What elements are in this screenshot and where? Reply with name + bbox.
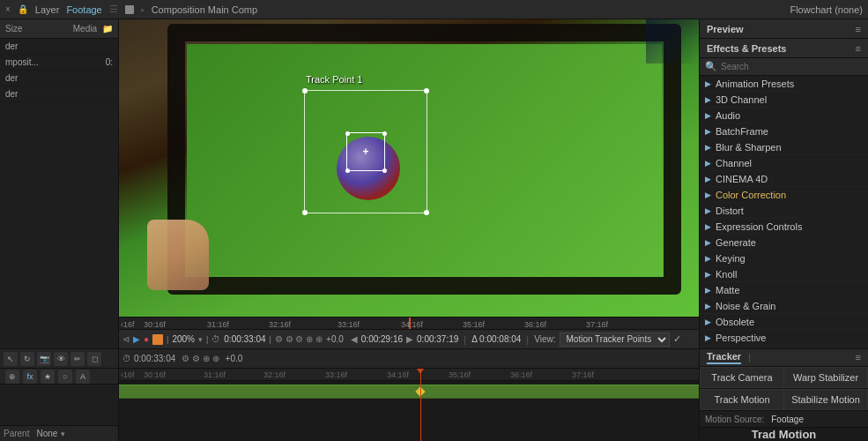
tool-tracker[interactable]: ⊕ xyxy=(5,370,19,384)
search-input[interactable] xyxy=(721,62,863,71)
effect-item-channel[interactable]: ▶ Channel xyxy=(700,155,868,171)
separator-bar: | xyxy=(167,335,168,344)
effect-item-matte[interactable]: ▶ Matte xyxy=(700,282,868,298)
effect-name: Knoll xyxy=(716,269,737,280)
effect-item-noise[interactable]: ▶ Noise & Grain xyxy=(700,298,868,314)
tick-label: 31:16f xyxy=(207,320,229,329)
preview-menu-btn[interactable]: ≡ xyxy=(856,24,861,34)
bottom-timeline-panel: ⏱ 0:00:33:04 ⚙ ⚙ ⊕ ⊕ +0.0 ‹16f 30:16f 31… xyxy=(119,349,699,441)
trad-motion-area: Trad Motion xyxy=(700,427,868,441)
left-arrow-nav[interactable]: ◀ xyxy=(351,334,358,344)
icons-row: ⚙ ⚙ ⚙ ⊕ ⊕ xyxy=(275,334,323,344)
timeline-ticks: ‹16f 30:16f 31:16f 32:16f 33:16f 34:16f … xyxy=(119,318,699,329)
track-camera-btn[interactable]: Track Camera xyxy=(700,367,783,388)
effect-arrow: ▶ xyxy=(705,191,712,199)
effect-arrow: ▶ xyxy=(705,333,712,342)
item-value: 0: xyxy=(106,57,113,67)
view-select[interactable]: Motion Tracker Points xyxy=(560,333,670,347)
tracker-source-row: Motion Source: Footage xyxy=(700,411,868,427)
close-icon[interactable]: × xyxy=(5,4,11,14)
source-value: Footage xyxy=(771,415,804,424)
tool-arrow[interactable]: ↖ xyxy=(4,352,18,366)
effect-item-animation-presets[interactable]: ▶ Animation Presets xyxy=(700,76,868,92)
offset-display: +0.0 xyxy=(326,334,344,344)
tool-camera[interactable]: 📷 xyxy=(37,352,51,366)
tool-star[interactable]: ★ xyxy=(41,370,55,384)
video-viewport[interactable]: Track Point 1 + xyxy=(119,19,699,317)
tool-shape[interactable]: ◻ xyxy=(87,352,101,366)
effect-item-batchframe[interactable]: ▶ BatchFrame xyxy=(700,123,868,139)
effect-item-keying[interactable]: ▶ Keying xyxy=(700,250,868,266)
menu-dots[interactable]: ☰ xyxy=(109,4,118,15)
main-layout: Size Media 📁 der mposit... 0: der der xyxy=(0,19,868,348)
effect-item-distort[interactable]: ▶ Distort xyxy=(700,203,868,219)
tracker-tab[interactable]: Tracker xyxy=(707,351,741,364)
time-display2: 0:00:29:16 xyxy=(361,334,403,344)
effect-item-3d-channel[interactable]: ▶ 3D Channel xyxy=(700,92,868,108)
checkmark-btn[interactable]: ✓ xyxy=(673,333,681,345)
tool-circle[interactable]: ○ xyxy=(58,370,72,384)
top-bar: × 🔒 Layer Footage ☰ ▪ Composition Main C… xyxy=(0,0,868,19)
effect-item-perspective[interactable]: ▶ Perspective xyxy=(700,330,868,346)
none-select[interactable]: None xyxy=(36,429,57,438)
effect-item-color-correction[interactable]: ▶ Color Correction xyxy=(700,187,868,203)
effect-item-generate[interactable]: ▶ Generate xyxy=(700,235,868,250)
tool-eye[interactable]: 👁 xyxy=(54,352,68,366)
playhead xyxy=(420,369,421,441)
corner-bl xyxy=(302,210,308,215)
corner-tl xyxy=(302,88,308,93)
timeline-area[interactable]: ‹16f 30:16f 31:16f 32:16f 33:16f 34:16f … xyxy=(119,369,699,441)
effect-item-obsolete[interactable]: ▶ Obsolete xyxy=(700,314,868,330)
effect-name: Audio xyxy=(716,110,740,121)
parent-arrow: ▾ xyxy=(61,430,65,438)
bottom-left-panel: ↖ ↻ 📷 👁 ✏ ◻ ⊕ fx ★ ○ A Parent None ▾ xyxy=(0,349,119,441)
effect-name: Perspective xyxy=(716,333,766,343)
bottom-left-toolbar: ↖ ↻ 📷 👁 ✏ ◻ xyxy=(0,349,118,369)
tick-label: 36:16f xyxy=(524,320,546,329)
source-label: Motion Source: xyxy=(705,415,764,424)
effect-item-expression[interactable]: ▶ Expression Controls xyxy=(700,219,868,235)
time-display1: 0:00:33:04 xyxy=(224,334,265,344)
track-motion-btn[interactable]: Track Motion xyxy=(700,389,783,410)
tick-label: 30:16f xyxy=(144,370,166,379)
tool-rotate[interactable]: ↻ xyxy=(20,352,34,366)
effects-menu-btn[interactable]: ≡ xyxy=(856,43,861,54)
tick-label: ‹16f xyxy=(121,370,135,379)
tick-label: 33:16f xyxy=(338,320,360,329)
tick-label: 33:16f xyxy=(325,370,347,379)
preview-title: Preview xyxy=(707,24,744,34)
prev-frame-btn[interactable]: ⊲ xyxy=(122,334,130,344)
timeline-ruler-bar: ‹16f 30:16f 31:16f 32:16f 33:16f 34:16f … xyxy=(119,317,699,329)
tool-type[interactable]: A xyxy=(76,370,90,384)
separator-bar2: | xyxy=(206,335,208,344)
tool-pen[interactable]: ✏ xyxy=(70,352,85,366)
effect-name: Distort xyxy=(716,206,744,216)
left-panel: Size Media 📁 der mposit... 0: der der xyxy=(0,19,119,348)
effect-arrow: ▶ xyxy=(705,79,712,88)
effect-name: Color Correction xyxy=(716,190,786,200)
bottom-left-toolbar2: ⊕ fx ★ ○ A xyxy=(0,369,118,385)
tracker-menu-btn[interactable]: ≡ xyxy=(856,352,861,363)
separator: ▪ xyxy=(141,4,145,15)
stabilize-motion-btn[interactable]: Stabilize Motion xyxy=(783,389,868,410)
tool-fx[interactable]: fx xyxy=(23,370,37,384)
warp-stabilizer-btn[interactable]: Warp Stabilizer xyxy=(783,367,868,388)
track-inner-box[interactable]: + xyxy=(346,132,385,171)
record-icon: ● xyxy=(144,334,149,344)
effect-item-knoll[interactable]: ▶ Knoll xyxy=(700,266,868,282)
play-btn[interactable]: ▶ xyxy=(133,334,140,344)
effect-name: Obsolete xyxy=(716,317,754,327)
track-box[interactable]: + xyxy=(304,90,427,213)
tl-time: 0:00:33:04 xyxy=(134,354,175,363)
effect-item-blur[interactable]: ▶ Blur & Sharpen xyxy=(700,139,868,155)
effect-name: Animation Presets xyxy=(716,78,794,89)
track-point-label: Track Point 1 xyxy=(306,74,362,85)
right-arrow-nav[interactable]: ▶ xyxy=(406,334,413,344)
delta-display: Δ 0:00:08:04 xyxy=(471,334,521,344)
effect-item-cinema4d[interactable]: ▶ CINEMA 4D xyxy=(700,171,868,187)
effect-item-audio[interactable]: ▶ Audio xyxy=(700,108,868,123)
item-label: der xyxy=(5,89,18,99)
effect-arrow: ▶ xyxy=(705,286,712,295)
color-block-orange xyxy=(152,334,163,345)
tick-label: 36:16f xyxy=(510,370,532,379)
